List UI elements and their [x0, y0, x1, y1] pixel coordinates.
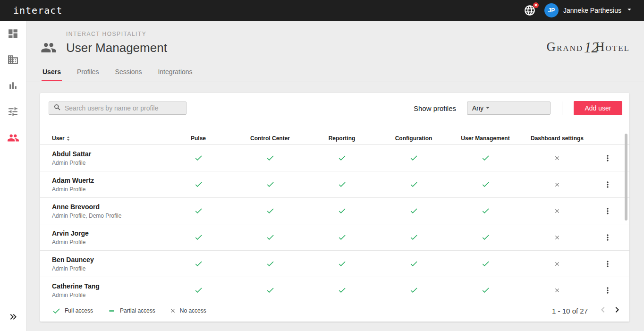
access-cell-full	[234, 233, 306, 242]
row-menu-button[interactable]	[603, 180, 612, 189]
tab-integrations[interactable]: Integrations	[157, 68, 193, 81]
sort-icon	[65, 135, 72, 142]
user-profiles: Admin Profile	[52, 160, 162, 166]
chevron-down-icon	[625, 5, 634, 16]
column-header-dashboard-settings: Dashboard settings	[521, 135, 593, 142]
access-cell-full	[306, 180, 378, 189]
access-cell-full	[449, 180, 521, 189]
access-cell-none	[521, 287, 593, 294]
access-cell-full	[234, 259, 306, 268]
table-row: Anne BrevoordAdmin Profile, Demo Profile	[40, 198, 629, 224]
check-icon	[409, 233, 418, 242]
cross-icon	[554, 155, 560, 161]
topbar: interact ✕ JP Janneke Parthesius	[0, 0, 644, 21]
check-icon	[338, 180, 347, 189]
people-icon	[7, 132, 19, 146]
sidebar-item-user-management[interactable]	[0, 126, 26, 152]
sidebar-expand-button[interactable]	[0, 311, 26, 324]
double-arrow-icon	[8, 311, 19, 324]
check-icon	[409, 206, 418, 215]
control-center-icon	[7, 54, 19, 68]
access-cell-full	[234, 153, 306, 162]
tab-sessions[interactable]: Sessions	[114, 68, 143, 81]
check-icon	[481, 233, 490, 242]
check-icon	[409, 259, 418, 268]
user-cell: Abdul SattarAdmin Profile	[40, 150, 162, 166]
column-header-configuration: Configuration	[378, 135, 449, 142]
access-cell-full	[162, 259, 234, 268]
sidebar-item-control-center[interactable]	[0, 48, 26, 74]
add-user-button[interactable]: Add user	[574, 101, 622, 115]
header-divider	[26, 82, 644, 82]
access-cell-full	[162, 206, 234, 215]
tab-profiles[interactable]: Profiles	[76, 68, 100, 81]
cross-icon	[554, 181, 560, 188]
profiles-filter-dropdown[interactable]: Any	[467, 102, 551, 115]
legend-label: No access	[180, 307, 206, 314]
user-profiles: Admin Profile	[52, 265, 162, 272]
access-cell-full	[306, 233, 378, 242]
access-cell-none	[521, 181, 593, 188]
brand-number: 12	[584, 39, 599, 56]
avatar: JP	[544, 3, 559, 17]
user-profiles: Admin Profile	[52, 292, 162, 298]
column-header-pulse: Pulse	[162, 135, 234, 142]
check-icon	[338, 153, 347, 162]
access-cell-full	[378, 259, 449, 268]
brand-hotel: HOTEL	[595, 40, 630, 54]
check-icon	[194, 180, 203, 189]
check-icon	[266, 286, 275, 295]
sidebar-item-configuration[interactable]	[0, 100, 26, 126]
check-icon	[481, 286, 490, 295]
cross-icon	[554, 261, 560, 267]
search-input[interactable]	[65, 104, 182, 112]
table-row: Catherine TangAdmin Profile	[40, 277, 629, 300]
check-icon	[338, 259, 347, 268]
check-icon	[266, 206, 275, 215]
row-menu-button[interactable]	[603, 153, 612, 163]
access-cell-full	[378, 206, 449, 215]
check-icon	[194, 259, 203, 268]
access-cell-none	[521, 155, 593, 161]
access-cell-full	[162, 180, 234, 189]
check-icon	[194, 233, 203, 242]
access-cell-full	[234, 206, 306, 215]
users-page-icon	[41, 40, 57, 58]
globe-status-button[interactable]: ✕	[524, 4, 536, 17]
check-icon	[266, 153, 275, 162]
chevron-right-icon	[611, 304, 623, 317]
row-menu-button[interactable]	[603, 233, 612, 242]
check-icon	[194, 286, 203, 295]
error-badge-icon: ✕	[533, 2, 539, 8]
sidebar-item-reporting[interactable]	[0, 74, 26, 100]
table-row: Ben DaunceyAdmin Profile	[40, 251, 629, 277]
kebab-icon	[603, 286, 612, 295]
dropdown-caret-icon	[483, 103, 492, 113]
check-icon	[52, 306, 61, 315]
table-row: Arvin JorgeAdmin Profile	[40, 224, 629, 251]
column-header-user[interactable]: User	[40, 135, 162, 142]
user-full-name: Anne Brevoord	[52, 203, 162, 211]
page-range-label: 1 - 10 of 27	[552, 307, 588, 315]
row-menu-button[interactable]	[603, 259, 612, 269]
check-icon	[266, 180, 275, 189]
row-menu-button[interactable]	[603, 206, 612, 216]
user-menu[interactable]: JP Janneke Parthesius	[544, 3, 634, 17]
legend-label: Full access	[65, 307, 93, 314]
sidebar-item-dashboard[interactable]	[0, 22, 26, 48]
dash-icon	[107, 306, 116, 315]
tab-users[interactable]: Users	[42, 68, 62, 81]
kebab-icon	[603, 259, 612, 269]
access-cell-full	[378, 286, 449, 295]
cross-icon	[169, 307, 176, 314]
prev-page-button[interactable]	[597, 305, 609, 316]
row-menu-button[interactable]	[603, 286, 612, 295]
user-table-card: Show profiles Any Add user UserPulseCont…	[40, 93, 629, 322]
search-box[interactable]	[49, 102, 186, 115]
next-page-button[interactable]	[611, 305, 623, 316]
table-scrollbar-thumb[interactable]	[625, 134, 627, 221]
check-icon	[266, 233, 275, 242]
table-footer: Full accessPartial accessNo access 1 - 1…	[40, 300, 629, 322]
access-cell-full	[234, 286, 306, 295]
access-cell-full	[234, 180, 306, 189]
